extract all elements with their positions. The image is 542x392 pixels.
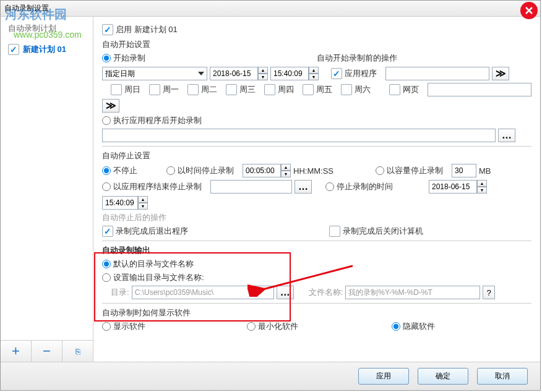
day-sun[interactable]: 周日 bbox=[111, 84, 140, 95]
stop-time-input[interactable] bbox=[102, 196, 138, 210]
window-title: 自动录制设置 bbox=[4, 3, 49, 14]
down-icon[interactable]: ▼ bbox=[138, 203, 148, 210]
file-input[interactable] bbox=[345, 286, 480, 299]
by-size-radio[interactable]: 以容量停止录制 bbox=[376, 165, 443, 176]
duration-unit: HH:MM:SS bbox=[293, 166, 333, 176]
auto-stop-title: 自动停止设置 bbox=[102, 150, 531, 161]
up-icon[interactable]: ▲ bbox=[138, 196, 148, 203]
date-mode-select[interactable]: 指定日期 bbox=[102, 67, 207, 80]
radio-icon bbox=[325, 182, 334, 191]
display-title: 自动录制时如何显示软件 bbox=[102, 307, 531, 318]
down-icon[interactable]: ▼ bbox=[477, 187, 487, 194]
execute-app-input[interactable] bbox=[102, 129, 496, 142]
enable-label: 启用 新建计划 01 bbox=[116, 24, 178, 35]
app-path-input[interactable] bbox=[385, 67, 489, 80]
stop-size-input[interactable] bbox=[452, 164, 476, 177]
hide-software-radio[interactable]: 隐藏软件 bbox=[392, 321, 435, 332]
exit-after-checkbox[interactable]: 录制完成后退出程序 bbox=[102, 226, 188, 237]
shutdown-after-checkbox[interactable]: 录制完成后关闭计算机 bbox=[329, 226, 423, 237]
up-icon[interactable]: ▲ bbox=[281, 164, 291, 171]
radio-icon bbox=[102, 273, 111, 282]
radio-icon bbox=[102, 166, 111, 175]
app-more-button[interactable]: ≫ bbox=[492, 67, 509, 80]
check-icon bbox=[102, 24, 113, 35]
start-recording-radio[interactable]: 开始录制 bbox=[102, 53, 145, 64]
close-button[interactable] bbox=[520, 2, 538, 19]
minimize-software-radio[interactable]: 最小化软件 bbox=[247, 321, 383, 332]
after-stop-title: 自动停止后的操作 bbox=[102, 212, 531, 223]
stop-app-more-button[interactable]: … bbox=[295, 180, 312, 194]
start-time-input[interactable] bbox=[270, 67, 309, 80]
file-label: 文件名称: bbox=[309, 287, 343, 298]
radio-icon bbox=[102, 182, 111, 191]
stop-app-input[interactable] bbox=[210, 180, 292, 194]
no-stop-radio[interactable]: 不停止 bbox=[102, 165, 158, 176]
stop-date-input[interactable] bbox=[429, 180, 477, 194]
check-icon bbox=[331, 68, 342, 79]
sidebar: 自动录制计划 新建计划 01 + − ⎘ bbox=[1, 17, 93, 362]
radio-icon bbox=[247, 322, 256, 331]
show-software-radio[interactable]: 显示软件 bbox=[102, 321, 238, 332]
day-wed[interactable]: 周三 bbox=[226, 84, 256, 95]
web-more-button[interactable]: ≫ bbox=[102, 99, 119, 113]
sidebar-item-label: 新建计划 01 bbox=[23, 44, 66, 55]
cancel-button[interactable]: 取消 bbox=[477, 368, 528, 385]
execute-then-start-radio[interactable]: 执行应用程序后开始录制 bbox=[102, 115, 202, 126]
sidebar-title: 自动录制计划 bbox=[1, 17, 93, 40]
day-tue[interactable]: 周二 bbox=[187, 84, 217, 95]
dir-browse-button[interactable]: … bbox=[277, 286, 294, 299]
output-title: 自动录制输出 bbox=[102, 245, 531, 256]
down-icon[interactable]: ▼ bbox=[281, 171, 291, 177]
titlebar: 自动录制设置 bbox=[1, 1, 540, 17]
default-output-radio[interactable]: 默认的目录与文件名称 bbox=[102, 258, 194, 270]
check-icon bbox=[102, 226, 113, 237]
file-help-button[interactable]: ? bbox=[483, 286, 495, 299]
day-fri[interactable]: 周五 bbox=[303, 84, 332, 95]
stop-duration-input[interactable] bbox=[243, 164, 281, 177]
app-checkbox[interactable]: 应用程序 bbox=[331, 68, 377, 79]
copy-plan-button[interactable]: ⎘ bbox=[62, 341, 93, 362]
down-icon[interactable]: ▼ bbox=[258, 74, 268, 80]
down-icon[interactable]: ▼ bbox=[309, 74, 319, 80]
up-icon[interactable]: ▲ bbox=[309, 67, 319, 74]
up-icon[interactable]: ▲ bbox=[477, 180, 487, 187]
enable-plan-checkbox[interactable]: 启用 新建计划 01 bbox=[102, 24, 178, 35]
dir-label: 目录: bbox=[111, 287, 129, 298]
custom-output-radio[interactable]: 设置输出目录与文件名称: bbox=[102, 272, 204, 283]
day-thu[interactable]: 周四 bbox=[264, 84, 294, 95]
remove-plan-button[interactable]: − bbox=[32, 341, 62, 362]
stop-time-radio[interactable]: 停止录制的时间 bbox=[325, 181, 393, 192]
radio-icon bbox=[102, 322, 111, 331]
dir-input[interactable] bbox=[132, 286, 274, 299]
execute-more-button[interactable]: … bbox=[498, 129, 515, 142]
by-app-end-radio[interactable]: 以应用程序结束停止录制 bbox=[102, 181, 202, 192]
footer: 应用 确定 取消 bbox=[1, 362, 540, 390]
start-date-input[interactable] bbox=[210, 67, 258, 80]
main-panel: 启用 新建计划 01 自动开始设置 开始录制 自动开始录制前的操作 指定日期 bbox=[93, 17, 540, 362]
day-sat[interactable]: 周六 bbox=[341, 84, 371, 95]
day-mon[interactable]: 周一 bbox=[149, 84, 179, 95]
web-url-input[interactable] bbox=[428, 83, 531, 96]
radio-icon bbox=[102, 54, 111, 62]
sidebar-actions: + − ⎘ bbox=[1, 340, 93, 362]
size-unit: MB bbox=[479, 166, 491, 176]
radio-icon bbox=[166, 166, 175, 175]
up-icon[interactable]: ▲ bbox=[258, 67, 268, 74]
ok-button[interactable]: 确定 bbox=[418, 368, 468, 385]
plan-checkbox[interactable] bbox=[8, 44, 19, 55]
by-time-radio[interactable]: 以时间停止录制 bbox=[166, 165, 234, 176]
add-plan-button[interactable]: + bbox=[1, 341, 32, 362]
radio-icon bbox=[102, 116, 111, 125]
before-start-label: 自动开始录制前的操作 bbox=[317, 53, 397, 64]
apply-button[interactable]: 应用 bbox=[358, 368, 409, 385]
radio-icon bbox=[102, 260, 111, 268]
auto-start-title: 自动开始设置 bbox=[102, 39, 531, 50]
radio-icon bbox=[376, 166, 384, 175]
radio-icon bbox=[392, 322, 400, 331]
web-checkbox[interactable]: 网页 bbox=[389, 84, 419, 95]
sidebar-item-plan[interactable]: 新建计划 01 bbox=[1, 40, 93, 59]
